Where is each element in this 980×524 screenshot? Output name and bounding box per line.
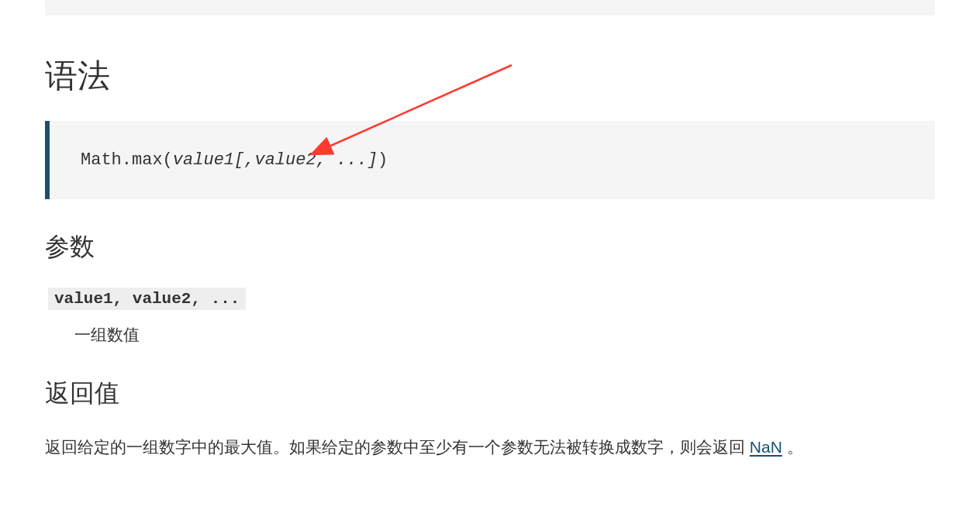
nan-link[interactable]: NaN [750,438,782,456]
code-prefix: Math.max( [81,150,173,170]
return-heading: 返回值 [45,377,935,411]
return-desc: 返回给定的一组数字中的最大值。如果给定的参数中至少有一个参数无法被转换成数字，则… [45,434,935,460]
param-name: value1, value2, ... [48,288,246,310]
params-heading: 参数 [45,230,935,264]
code-params: value1[,value2, ...] [173,150,378,170]
syntax-heading: 语法 [45,54,935,98]
return-desc-before: 返回给定的一组数字中的最大值。如果给定的参数中至少有一个参数无法被转换成数字，则… [45,438,750,456]
code-suffix: ) [378,150,388,170]
param-desc: 一组数值 [74,324,935,346]
syntax-code-block: Math.max(value1[,value2, ...]) [45,121,935,199]
return-desc-after: 。 [782,438,803,456]
document-content: 语法 Math.max(value1[,value2, ...]) 参数 val… [0,0,980,460]
top-banner-bar [45,0,935,16]
